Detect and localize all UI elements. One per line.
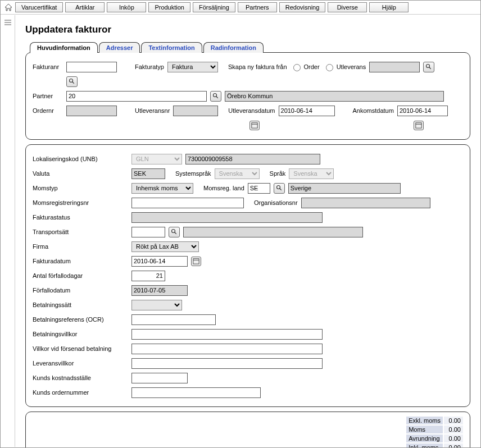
systemsprak-select: Svenska: [215, 168, 260, 179]
forfallodatum-label: Förfallodatum: [33, 287, 128, 294]
utleveransdatum-input[interactable]: [279, 106, 335, 116]
svg-point-15: [172, 230, 175, 233]
transportsatt-code-input[interactable]: [131, 227, 165, 237]
forfallodagar-label: Antal förfallodagar: [33, 272, 128, 279]
menu-redovisning[interactable]: Redovisning: [279, 2, 326, 12]
utleveransnr-label: Utleveransnr: [135, 107, 170, 114]
tab-radinformation[interactable]: Radinformation: [203, 42, 264, 53]
svg-line-16: [175, 232, 176, 234]
fakturanr-input[interactable]: [66, 62, 117, 72]
menu-varucertifikat[interactable]: Varucertifikat: [15, 2, 63, 12]
lokaliseringskod-label: Lokaliseringskod (UNB): [33, 156, 128, 162]
inkl-moms-label: Inkl. moms: [406, 444, 443, 447]
momsregistreringsnr-label: Momsregistreringsnr: [33, 199, 128, 206]
svg-rect-11: [416, 123, 421, 128]
partner-search-button[interactable]: [210, 91, 221, 102]
utleveransdatum-calendar-button[interactable]: [249, 121, 260, 130]
skapa-label: Skapa ny faktura från: [228, 63, 287, 70]
ordernr-display: [66, 106, 117, 116]
svg-point-7: [214, 94, 217, 97]
svg-point-5: [70, 79, 73, 83]
villkor-forsenad-label: Villkor vid försenad betalning: [33, 345, 128, 352]
moms-value: 0.00: [444, 426, 463, 433]
forfallodatum-display: 2010-07-05: [131, 285, 188, 296]
menu-produktion[interactable]: Produktion: [148, 2, 190, 12]
avrundning-label: Avrundning: [406, 435, 443, 442]
radio-utleverans[interactable]: [326, 64, 333, 71]
momstyp-select[interactable]: Inhemsk moms: [131, 183, 193, 194]
organisationsnr-display: [301, 198, 430, 208]
momsland-search-button[interactable]: [274, 183, 285, 194]
ankomstdatum-calendar-button[interactable]: [414, 121, 424, 130]
systemsprak-label: Systemspråk: [175, 170, 211, 177]
inkl-moms-value: 0.00: [444, 444, 463, 447]
betalningsvillkor-input[interactable]: [131, 329, 323, 340]
betalningsreferens-input[interactable]: [131, 314, 216, 325]
tab-adresser[interactable]: Adresser: [99, 42, 140, 53]
radio-utleverans-label: Utleverans: [337, 63, 366, 70]
svg-line-6: [72, 82, 74, 84]
panel-footer: Exkl. moms0.00 Moms0.00 Avrundning0.00 I…: [25, 412, 470, 447]
kunds-ordernummer-label: Kunds ordernummer: [33, 389, 128, 396]
kunds-ordernummer-input[interactable]: [131, 387, 261, 398]
momstyp-label: Momstyp: [33, 185, 128, 191]
betalningssatt-label: Betalningssätt: [33, 301, 128, 308]
partner-id-input[interactable]: [66, 91, 207, 102]
valuta-display: SEK: [131, 168, 165, 179]
fakturanr-label: Fakturanr: [33, 63, 63, 70]
partner-name-display: Örebro Kommun: [225, 91, 444, 102]
totals-table: Exkl. moms0.00 Moms0.00 Avrundning0.00 I…: [405, 415, 464, 447]
betalningsvillkor-label: Betalningsvillkor: [33, 331, 128, 337]
tab-textinformation[interactable]: Textinformation: [141, 42, 202, 53]
betalningssatt-select[interactable]: [131, 300, 182, 310]
fakturadatum-input[interactable]: [131, 256, 188, 267]
svg-line-8: [216, 97, 218, 98]
svg-rect-17: [193, 259, 199, 264]
menu-partners[interactable]: Partners: [238, 2, 277, 12]
firma-select[interactable]: Rökt på Lax AB: [131, 241, 199, 252]
transportsatt-search-button[interactable]: [169, 227, 180, 237]
menu-inkop[interactable]: Inköp: [107, 2, 146, 12]
svg-point-13: [276, 186, 280, 189]
fakturadatum-calendar-button[interactable]: [191, 257, 201, 266]
momsland-code-input[interactable]: [248, 183, 270, 194]
ordernr-label: Ordernr: [33, 107, 63, 114]
villkor-forsenad-input[interactable]: [131, 344, 323, 354]
avrundning-value: 0.00: [444, 435, 463, 442]
kunds-kostnadsstalle-label: Kunds kostnadsställe: [33, 374, 128, 381]
radio-order-label: Order: [304, 63, 320, 70]
menu-artiklar[interactable]: Artiklar: [65, 2, 105, 12]
fakturadatum-label: Fakturadatum: [33, 258, 128, 264]
fakturatyp-select[interactable]: Faktura: [167, 62, 218, 72]
top-menu-bar: Varucertifikat Artiklar Inköp Produktion…: [1, 1, 480, 15]
kunds-kostnadsstalle-input[interactable]: [131, 373, 188, 383]
skapa-ref-search-button[interactable]: [423, 62, 434, 72]
valuta-label: Valuta: [33, 170, 128, 177]
momsregistreringsnr-input[interactable]: [131, 198, 244, 208]
leveransvillkor-input[interactable]: [131, 358, 323, 369]
skapa-ref-display: [369, 62, 420, 72]
menu-forsaljning[interactable]: Försäljning: [193, 2, 235, 12]
fakturanr-search-button[interactable]: [66, 76, 78, 87]
leveransvillkor-label: Leveransvillkor: [33, 360, 128, 367]
fakturatyp-label: Fakturatyp: [135, 63, 164, 70]
ankomstdatum-input[interactable]: [397, 106, 448, 116]
tab-huvudinformation[interactable]: Huvudinformation: [30, 42, 98, 53]
svg-line-4: [429, 67, 431, 69]
forfallodagar-input[interactable]: [131, 271, 165, 281]
svg-rect-9: [252, 123, 257, 128]
menu-diverse[interactable]: Diverse: [328, 2, 367, 12]
radio-order[interactable]: [293, 64, 301, 71]
fakturastatus-display: [131, 212, 323, 223]
page-title: Uppdatera fakturor: [25, 24, 470, 35]
list-icon[interactable]: [3, 19, 12, 26]
momsland-name-display: Sverige: [288, 183, 401, 194]
home-icon[interactable]: [4, 3, 13, 12]
partner-label: Partner: [33, 93, 63, 99]
lokaliseringskod-value: 7300009009558: [185, 154, 320, 164]
transportsatt-name-display: [183, 227, 363, 237]
left-rail: [1, 15, 15, 447]
betalningsreferens-label: Betalningsreferens (OCR): [33, 316, 128, 323]
menu-hjalp[interactable]: Hjälp: [369, 2, 409, 12]
momsland-label: Momsreg. land: [203, 185, 244, 191]
